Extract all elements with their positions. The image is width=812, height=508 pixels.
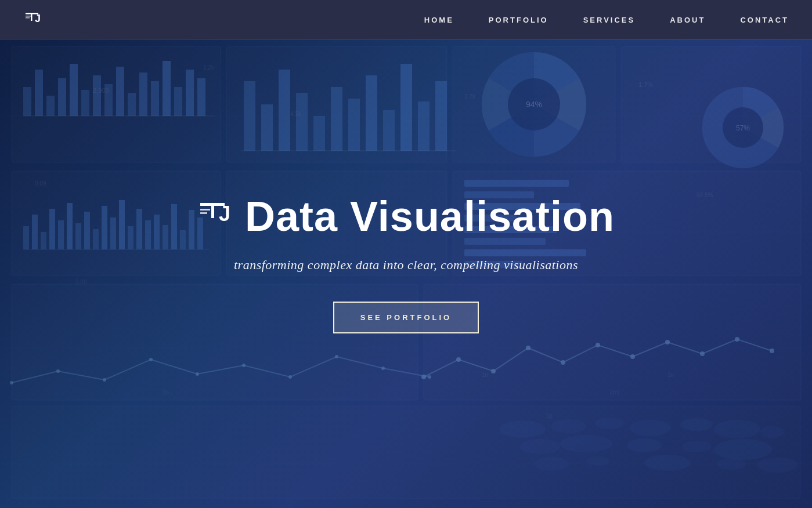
svg-point-75	[196, 372, 199, 376]
svg-point-77	[288, 375, 292, 379]
svg-point-89	[560, 435, 612, 452]
svg-rect-44	[128, 226, 133, 249]
svg-rect-27	[163, 61, 171, 116]
svg-text:2(n): 2(n)	[609, 389, 620, 395]
nav-links: HOME PORTFOLIO SERVICES ABOUT CONTACT	[424, 14, 789, 25]
svg-point-84	[630, 420, 670, 436]
svg-point-92	[714, 439, 772, 460]
svg-text:1n: 1n	[667, 372, 674, 378]
svg-rect-46	[145, 220, 151, 249]
svg-point-97	[757, 458, 798, 473]
svg-rect-42	[110, 217, 116, 249]
svg-point-86	[714, 420, 760, 438]
svg-point-82	[551, 419, 586, 433]
svg-rect-113	[366, 75, 377, 151]
nav-item-services[interactable]: SERVICES	[583, 14, 636, 25]
svg-rect-116	[418, 101, 430, 151]
svg-rect-41	[102, 206, 107, 249]
svg-rect-45	[136, 209, 142, 249]
svg-rect-29	[186, 70, 194, 116]
svg-text:2.09: 2.09	[75, 279, 87, 285]
svg-point-94	[586, 456, 609, 466]
svg-rect-19	[70, 64, 78, 116]
svg-rect-14	[12, 406, 800, 499]
svg-rect-39	[84, 212, 90, 249]
svg-point-72	[56, 369, 60, 373]
svg-text:J: J	[219, 202, 231, 226]
svg-text:1.7%: 1.7%	[638, 81, 653, 88]
svg-rect-109	[296, 93, 308, 151]
svg-point-68	[700, 351, 705, 356]
nav-item-contact[interactable]: CONTACT	[740, 14, 789, 25]
nav-item-home[interactable]: HOME	[424, 14, 454, 25]
svg-point-85	[680, 418, 713, 431]
svg-rect-16	[35, 70, 43, 116]
svg-point-78	[335, 355, 338, 358]
svg-rect-98	[464, 180, 569, 187]
nav-item-portfolio[interactable]: PORTFOLIO	[489, 14, 548, 25]
see-portfolio-button[interactable]: SEE PORTFOLIO	[333, 302, 479, 333]
svg-rect-38	[75, 223, 81, 249]
svg-rect-43	[119, 200, 125, 249]
svg-point-65	[596, 343, 600, 347]
svg-point-80	[428, 375, 431, 379]
svg-rect-112	[348, 99, 360, 151]
svg-rect-26	[151, 81, 159, 116]
svg-point-91	[682, 441, 711, 452]
svg-rect-36	[58, 220, 64, 249]
svg-rect-48	[163, 225, 168, 249]
svg-rect-18	[58, 78, 66, 116]
svg-rect-15	[23, 87, 31, 116]
svg-point-71	[10, 381, 13, 384]
svg-rect-24	[128, 93, 136, 116]
hero-title-text: Data Visualisation	[245, 193, 615, 240]
svg-rect-110	[313, 116, 325, 151]
svg-rect-23	[116, 67, 124, 116]
svg-text:1g: 1g	[546, 412, 552, 419]
svg-rect-111	[331, 87, 342, 151]
svg-rect-20	[81, 90, 89, 116]
svg-rect-32	[23, 226, 29, 249]
svg-rect-108	[279, 70, 290, 151]
nav-item-about[interactable]: ABOUT	[670, 14, 705, 25]
logo-icon: J	[23, 9, 44, 30]
svg-point-64	[561, 360, 565, 365]
svg-point-70	[770, 349, 774, 353]
svg-point-95	[644, 455, 691, 471]
svg-point-67	[665, 340, 670, 344]
svg-text:94%: 94%	[526, 100, 542, 109]
svg-text:4.5k: 4.5k	[290, 111, 302, 117]
svg-rect-115	[400, 64, 412, 151]
svg-rect-34	[41, 232, 46, 249]
svg-point-61	[456, 357, 461, 362]
nav-link-portfolio[interactable]: PORTFOLIO	[489, 16, 548, 24]
hero-logo-icon: J	[197, 196, 238, 237]
navbar: J HOME PORTFOLIO SERVICES ABOUT CONTACT	[0, 0, 812, 39]
hero-content: J Data Visualisation transforming comple…	[174, 193, 638, 333]
svg-point-73	[103, 378, 106, 382]
svg-point-79	[381, 367, 385, 370]
svg-text:97.5%: 97.5%	[696, 192, 713, 198]
svg-rect-37	[67, 203, 73, 249]
svg-rect-138	[200, 209, 210, 211]
svg-rect-2	[26, 16, 31, 17]
svg-text:1n: 1n	[482, 372, 488, 378]
svg-rect-25	[139, 72, 147, 116]
svg-rect-35	[49, 209, 55, 249]
svg-rect-3	[26, 17, 30, 19]
svg-rect-1	[31, 13, 33, 21]
nav-link-services[interactable]: SERVICES	[583, 16, 636, 24]
svg-point-66	[630, 354, 635, 359]
logo[interactable]: J	[23, 9, 45, 30]
svg-text:2n: 2n	[163, 389, 169, 395]
svg-point-88	[519, 439, 560, 454]
nav-link-contact[interactable]: CONTACT	[740, 16, 789, 24]
nav-link-about[interactable]: ABOUT	[670, 16, 705, 24]
hero-title: J Data Visualisation	[197, 193, 615, 240]
nav-link-home[interactable]: HOME	[424, 16, 454, 24]
svg-point-69	[735, 337, 739, 342]
svg-text:3.7k: 3.7k	[464, 93, 476, 100]
svg-rect-107	[261, 104, 273, 151]
svg-text:J: J	[35, 13, 42, 24]
svg-rect-21	[93, 75, 101, 116]
